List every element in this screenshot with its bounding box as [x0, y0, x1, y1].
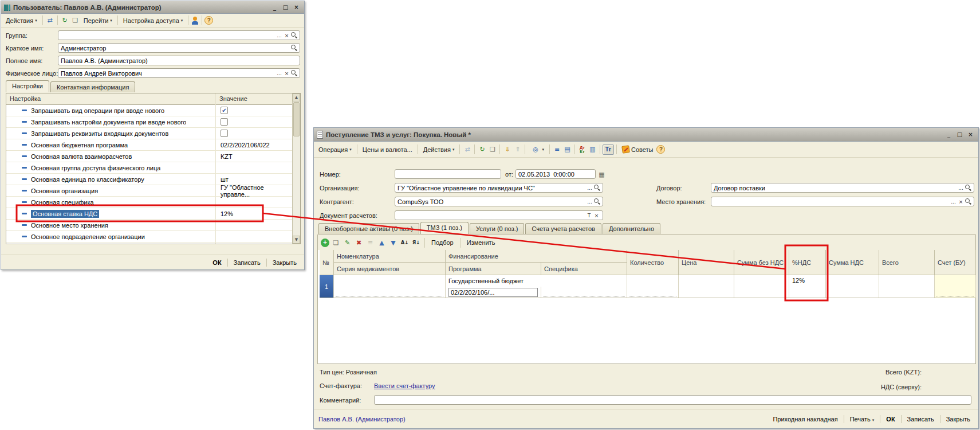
user-window-titlebar[interactable]: Пользователь: Павлов А.В. (Администратор… — [1, 1, 304, 14]
write-button[interactable]: Записать — [904, 415, 938, 424]
access-settings-menu-button[interactable]: Настройка доступа▾ — [120, 16, 186, 25]
close-icon[interactable]: × — [292, 3, 301, 11]
column-header-account[interactable]: Счет (БУ) — [935, 250, 976, 275]
search-icon[interactable] — [965, 184, 971, 191]
table-row[interactable]: Основная организация ГУ "Областное управ… — [6, 185, 292, 197]
prices-currency-button[interactable]: Цены и валюта... — [360, 145, 415, 154]
enter-invoice-link[interactable]: Ввести счет-фактуру — [374, 382, 435, 389]
ok-button[interactable]: ОК — [883, 415, 898, 424]
tab-settings[interactable]: Настройки — [6, 80, 49, 92]
vat-pct-cell[interactable]: 12% — [789, 275, 826, 298]
search-icon[interactable] — [290, 69, 297, 77]
tab-contact-info[interactable]: Контактная информация — [50, 81, 135, 92]
checkbox-checked[interactable]: ✔ — [221, 107, 228, 114]
clear-icon[interactable]: × — [283, 69, 290, 77]
group-field[interactable]: ... × — [58, 30, 300, 40]
sum-wo-vat-cell[interactable] — [734, 275, 789, 298]
settlement-doc-field[interactable]: Т × — [395, 210, 603, 220]
quantity-cell[interactable] — [627, 275, 679, 298]
help-icon[interactable]: ? — [204, 16, 213, 25]
scrollbar-thumb[interactable] — [293, 102, 300, 136]
maximize-icon[interactable]: □ — [281, 3, 290, 11]
search-icon[interactable] — [593, 198, 600, 205]
user-icon[interactable] — [191, 16, 199, 25]
clear-icon[interactable]: × — [593, 212, 600, 219]
ellipsis-icon[interactable]: ... — [275, 32, 283, 39]
ok-button[interactable]: ОК — [209, 258, 225, 267]
table-row[interactable]: Запрашивать вид операции при вводе новог… — [6, 105, 292, 116]
print-menu-button[interactable]: Печать ▾ — [847, 415, 878, 424]
column-header-specifics[interactable]: Специфика — [541, 263, 627, 275]
actions-menu-button[interactable]: Действия▾ — [420, 145, 458, 154]
checkbox-unchecked[interactable] — [221, 118, 228, 126]
row-number-cell[interactable]: 1 — [320, 275, 334, 298]
pick-button[interactable]: Подбор — [428, 238, 456, 247]
column-header-program[interactable]: Программа — [446, 263, 541, 275]
tab-tmz[interactable]: ТМЗ (1 поз.) — [420, 222, 469, 234]
date-field[interactable]: 02.05.2013 0:00:00 — [515, 169, 596, 179]
copy-icon[interactable]: ❏ — [487, 145, 497, 154]
maximize-icon[interactable]: □ — [955, 130, 965, 139]
checklist-icon[interactable]: ▤ — [562, 145, 572, 154]
table-row-selected[interactable]: Основная ставка НДС 12% — [6, 208, 292, 220]
vertical-scrollbar[interactable]: ▲ ▼ — [292, 93, 300, 244]
column-header-vat-pct[interactable]: %НДС — [789, 250, 826, 275]
table-row[interactable]: Основное место хранения — [6, 220, 292, 231]
column-header-series[interactable]: Серия медикаментов — [334, 263, 446, 275]
column-header-setting[interactable]: Настройка — [10, 95, 41, 102]
grid-row[interactable]: 1 Государственный бюджет 02/2/202/106/..… — [320, 275, 976, 298]
copy-row-icon[interactable]: ❏ — [331, 238, 341, 247]
clear-icon[interactable]: × — [957, 198, 965, 205]
calendar-icon[interactable]: ▦ — [597, 170, 607, 179]
column-header-sum-wo-vat[interactable]: Сумма без НДС — [734, 250, 789, 275]
debit-credit-icon[interactable]: ДтКт — [577, 146, 587, 154]
grid-header[interactable]: № Номенклатура Финансирование Количество… — [320, 250, 976, 275]
tab-additional[interactable]: Дополнительно — [603, 223, 660, 234]
post-document-icon[interactable]: ⇓ — [502, 145, 512, 154]
change-button[interactable]: Изменить — [464, 238, 498, 247]
ellipsis-icon[interactable]: ... — [586, 198, 593, 205]
incoming-invoice-button[interactable]: Приходная накладная — [769, 415, 841, 424]
search-icon[interactable] — [290, 44, 297, 52]
document-window-titlebar[interactable]: Поступление ТМЗ и услуг: Покупка. Новый … — [314, 128, 978, 142]
ellipsis-icon[interactable]: ... — [957, 184, 965, 191]
scroll-up-icon[interactable]: ▲ — [293, 93, 300, 101]
delete-row-icon[interactable]: ✖ — [354, 238, 364, 247]
operation-menu-button[interactable]: Операция▾ — [316, 145, 355, 154]
column-header-quantity[interactable]: Количество — [627, 250, 679, 275]
refresh-icon[interactable]: ↻ — [477, 145, 487, 154]
comment-field[interactable] — [374, 395, 971, 405]
total-cell[interactable] — [879, 275, 935, 298]
minimize-icon[interactable]: _ — [270, 3, 280, 11]
tab-fixed-assets[interactable]: Внеоборотные активы (0 поз.) — [318, 223, 419, 234]
write-button[interactable]: Записать — [230, 258, 264, 267]
column-header-nomenclature[interactable]: Номенклатура — [334, 250, 446, 263]
table-row[interactable]: Основная валюта взаиморасчетов KZT — [6, 151, 292, 162]
goto-menu-button[interactable]: Перейти▾ — [81, 16, 115, 25]
refresh-icon[interactable]: ↻ — [60, 16, 70, 25]
table-row[interactable]: Основное подразделение организации — [6, 231, 292, 243]
close-icon[interactable]: × — [966, 130, 975, 139]
tab-settlement-accounts[interactable]: Счета учета расчетов — [525, 223, 601, 234]
contract-field[interactable]: Договор поставки ... — [711, 183, 974, 193]
scroll-down-icon[interactable]: ▼ — [293, 236, 300, 244]
move-down-icon[interactable]: ▼ — [388, 238, 398, 247]
move-up-icon[interactable]: ▲ — [377, 238, 387, 247]
storage-field[interactable]: ... × — [711, 197, 974, 206]
full-name-field[interactable]: Павлов А.В. (Администратор) — [58, 56, 300, 65]
program-edit-cell[interactable]: 02/2/202/106/... — [448, 288, 538, 297]
table-row[interactable]: Запрашивать реквизиты входящих документо… — [6, 128, 292, 139]
search-icon[interactable] — [593, 184, 600, 191]
specifics-cell[interactable] — [541, 287, 627, 298]
table-row[interactable]: Основная группа доступа физического лица — [6, 162, 292, 174]
price-cell[interactable] — [679, 275, 734, 298]
actions-menu-button[interactable]: Действия▾ — [3, 16, 40, 25]
copy-icon[interactable]: ❏ — [70, 16, 80, 25]
search-icon[interactable] — [965, 198, 971, 205]
close-button[interactable]: Закрыть — [943, 415, 974, 424]
program-cell[interactable]: 02/2/202/106/... — [446, 287, 541, 298]
checkbox-unchecked[interactable] — [221, 130, 228, 137]
nomenclature-cell[interactable] — [334, 275, 446, 298]
type-icon[interactable]: Т — [585, 212, 593, 219]
column-header-financing[interactable]: Финансирование — [446, 250, 627, 263]
